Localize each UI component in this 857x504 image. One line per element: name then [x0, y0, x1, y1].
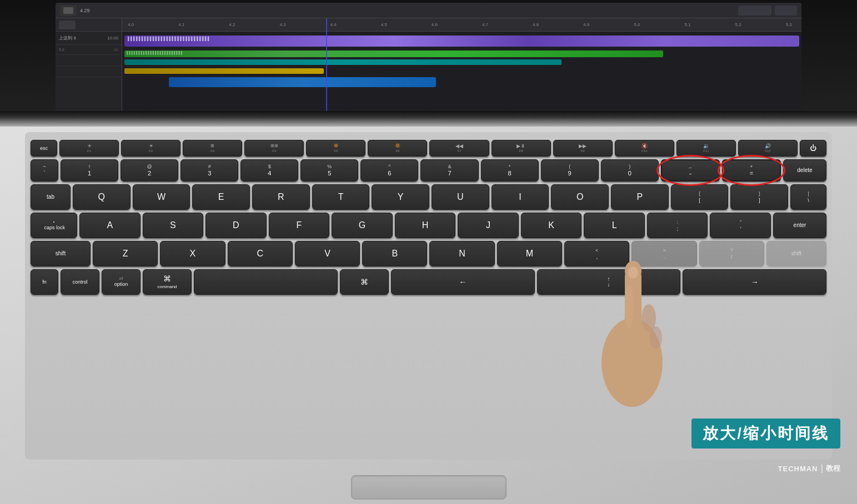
watermark: TECHMAN | 教程	[778, 463, 840, 473]
num-key-row: ~` !1 @2 #3 $4 %5 ^6	[31, 159, 826, 182]
key-f9[interactable]: ▶▶F9	[553, 140, 613, 157]
key-b[interactable]: B	[362, 241, 427, 266]
left-panel: 上达到 3 10.00 5.0 00	[56, 18, 122, 111]
key-shift-left[interactable]: shift	[31, 241, 91, 266]
qwerty-key-row: tab Q W E R T Y U I O P {[ }] |\	[31, 184, 826, 210]
key-n[interactable]: N	[429, 241, 494, 266]
zxcv-key-row: shift Z X C V B N M <, >. ?/ shift	[31, 241, 826, 266]
key-c[interactable]: C	[228, 241, 293, 266]
key-q[interactable]: Q	[73, 184, 131, 210]
key-control[interactable]: control	[61, 269, 99, 295]
key-m[interactable]: M	[497, 241, 562, 266]
key-fn[interactable]: fn	[31, 269, 58, 295]
key-f2[interactable]: ☀F2	[121, 140, 181, 157]
key-d[interactable]: D	[206, 213, 267, 238]
timeline-editor: 4.29 上达到 3 10.00 5.0 00	[56, 3, 801, 111]
key-f1[interactable]: ☀F1	[59, 140, 119, 157]
key-5[interactable]: %5	[300, 159, 358, 182]
key-tilde[interactable]: ~`	[31, 159, 58, 182]
key-h[interactable]: H	[395, 213, 456, 238]
key-delete[interactable]: delete	[783, 159, 826, 182]
key-8[interactable]: *8	[481, 159, 539, 182]
key-f6[interactable]: 🔆F6	[368, 140, 427, 157]
key-y[interactable]: Y	[372, 184, 429, 210]
key-spacebar[interactable]	[194, 269, 338, 295]
key-enter[interactable]: enter	[773, 213, 826, 238]
asdf-key-row: • caps lock A S D F G H J K L :; "' ente…	[31, 213, 826, 238]
track-yellow	[122, 67, 326, 75]
key-a[interactable]: A	[79, 213, 141, 238]
key-6[interactable]: ^6	[360, 159, 418, 182]
key-power[interactable]: ⏻	[800, 140, 826, 157]
key-command-right[interactable]: ⌘	[340, 269, 389, 295]
watermark-divider-icon: |	[821, 463, 823, 473]
key-quote[interactable]: "'	[710, 213, 771, 238]
key-f8[interactable]: ▶⏸F8	[492, 140, 551, 157]
main-container: 4.29 上达到 3 10.00 5.0 00	[0, 0, 857, 504]
key-command-left[interactable]: ⌘command	[143, 269, 192, 295]
hinge	[0, 111, 857, 127]
key-arrow-updown[interactable]: ↑↓	[537, 269, 681, 295]
key-4[interactable]: $4	[240, 159, 298, 182]
key-arrow-right[interactable]: →	[683, 269, 826, 295]
track-blue	[167, 76, 438, 88]
key-shift-right[interactable]: shift	[766, 241, 826, 266]
key-e[interactable]: E	[192, 184, 250, 210]
key-z[interactable]: Z	[93, 241, 158, 266]
key-minus[interactable]: _-	[661, 159, 720, 182]
key-k[interactable]: K	[521, 213, 582, 238]
key-equals[interactable]: +=	[722, 159, 781, 182]
key-t[interactable]: T	[312, 184, 370, 210]
key-u[interactable]: U	[432, 184, 489, 210]
key-f7[interactable]: ◀◀F7	[429, 140, 489, 157]
key-slash[interactable]: ?/	[699, 241, 764, 266]
key-3[interactable]: #3	[181, 159, 238, 182]
watermark-brand: TECHMAN	[778, 465, 818, 473]
key-bracket-open[interactable]: {[	[671, 184, 729, 210]
key-w[interactable]: W	[133, 184, 191, 210]
key-s[interactable]: S	[143, 213, 204, 238]
track-teal	[122, 58, 564, 66]
key-bracket-close[interactable]: }]	[730, 184, 788, 210]
key-f4[interactable]: ⊞⊞F4	[244, 140, 304, 157]
key-caps-lock[interactable]: • caps lock	[31, 213, 77, 238]
key-j[interactable]: J	[458, 213, 519, 238]
key-esc[interactable]: esc	[31, 140, 57, 157]
trackpad[interactable]	[351, 475, 507, 500]
tracks-area: 4.0 4.1 4.2 4.3 4.4 4.5 4.6 4.7 4.8 4.9 …	[122, 18, 801, 111]
subtitle-overlay: 放大/缩小时间线	[691, 419, 840, 448]
key-semicolon[interactable]: :;	[647, 213, 708, 238]
timecode-display: 4.29	[80, 8, 90, 13]
key-f12[interactable]: 🔊F12	[738, 140, 798, 157]
key-i[interactable]: I	[492, 184, 549, 210]
screen-area: 4.29 上达到 3 10.00 5.0 00	[56, 3, 801, 111]
key-9[interactable]: (9	[541, 159, 599, 182]
key-tab[interactable]: tab	[31, 184, 71, 210]
track-purple: ▌▌▌▌▌▌▌▌▌▌▌▌▌▌▌▌▌▌▌▌▌▌▌▌▌▌▌▌▌▌	[122, 34, 801, 48]
key-1[interactable]: !1	[61, 159, 118, 182]
key-0[interactable]: )0	[601, 159, 659, 182]
key-v[interactable]: V	[295, 241, 360, 266]
key-f5[interactable]: 🔅F5	[306, 140, 365, 157]
key-7[interactable]: &7	[420, 159, 478, 182]
key-r[interactable]: R	[252, 184, 310, 210]
key-l[interactable]: L	[584, 213, 645, 238]
track-label-1: 上达到 3	[59, 35, 76, 41]
key-p[interactable]: P	[611, 184, 669, 210]
key-2[interactable]: @2	[121, 159, 178, 182]
key-backslash[interactable]: |\	[790, 184, 826, 210]
key-f11[interactable]: 🔉F11	[676, 140, 736, 157]
key-arrow-left[interactable]: ←	[391, 269, 535, 295]
editor-topbar: 4.29	[56, 3, 801, 18]
key-period[interactable]: >.	[632, 241, 696, 266]
keyboard-container: esc ☀F1 ☀F2 ⊞F3 ⊞⊞F4 🔅F5 🔆F6	[25, 132, 832, 460]
key-f[interactable]: F	[269, 213, 330, 238]
key-x[interactable]: X	[160, 241, 225, 266]
key-f10[interactable]: 🔇F10	[615, 140, 674, 157]
subtitle-text: 放大/缩小时间线	[703, 425, 829, 442]
key-comma[interactable]: <,	[564, 241, 629, 266]
key-o[interactable]: O	[551, 184, 609, 210]
key-g[interactable]: G	[332, 213, 393, 238]
key-option[interactable]: altoption	[102, 269, 141, 295]
key-f3[interactable]: ⊞F3	[183, 140, 242, 157]
